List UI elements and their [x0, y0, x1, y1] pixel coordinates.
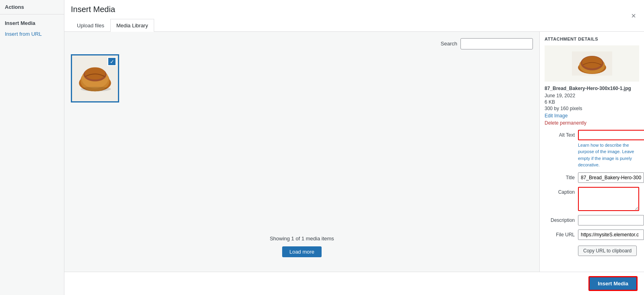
title-row: Title: [545, 172, 639, 183]
delete-permanently-link[interactable]: Delete permanently: [545, 120, 639, 126]
modal-main: Insert Media Upload files Media Library …: [64, 0, 644, 295]
edit-image-link[interactable]: Edit Image: [545, 113, 639, 119]
attachment-preview-image: [572, 51, 612, 76]
attachment-details-title: ATTACHMENT DETAILS: [545, 37, 639, 41]
description-row: Description: [545, 215, 639, 225]
alt-text-hint[interactable]: Learn how to describe the purpose of the…: [578, 143, 634, 167]
attachment-size: 6 KB: [545, 99, 639, 105]
description-label: Description: [545, 215, 575, 225]
file-url-label: File URL: [545, 229, 575, 240]
load-more-button[interactable]: Load more: [282, 246, 322, 257]
modal-overlay: Actions Insert Media Insert from URL Ins…: [0, 0, 644, 295]
modal-footer: Insert Media: [64, 272, 644, 295]
file-url-input[interactable]: [578, 229, 644, 240]
description-input[interactable]: [578, 215, 644, 225]
title-input[interactable]: [578, 172, 644, 183]
attachment-filename: 87_Bread_Bakery-Hero-300x160-1.jpg: [545, 86, 639, 91]
modal-title: Insert Media: [71, 5, 154, 14]
media-item[interactable]: ✓: [71, 54, 119, 102]
attachment-dimensions: 300 by 160 pixels: [545, 106, 639, 111]
attachment-preview: [545, 45, 639, 82]
svg-point-5: [85, 67, 105, 79]
caption-textarea[interactable]: [578, 187, 639, 211]
sidebar-item-insert-from-url[interactable]: Insert from URL: [0, 29, 64, 39]
alt-text-label: Alt Text: [545, 130, 575, 140]
caption-label: Caption: [545, 187, 575, 197]
attachment-details-panel: ATTACHMENT DETAILS 87_Bread_Bakery-Hero-…: [539, 32, 644, 272]
attachment-date: June 19, 2022: [545, 93, 639, 98]
file-url-row: File URL: [545, 229, 639, 240]
showing-text: Showing 1 of 1 media items: [270, 236, 334, 242]
svg-point-6: [80, 87, 111, 91]
search-input[interactable]: [460, 38, 533, 49]
search-label: Search: [441, 38, 457, 49]
media-grid: ✓: [71, 54, 533, 227]
sidebar-nav: Insert Media Insert from URL: [0, 14, 64, 43]
alt-text-row: Alt Text: [545, 130, 639, 140]
sidebar-item-insert-media[interactable]: Insert Media: [0, 18, 64, 29]
sidebar-title: Actions: [0, 0, 64, 14]
media-footer: Showing 1 of 1 media items Load more: [71, 227, 533, 265]
insert-media-button[interactable]: Insert Media: [588, 276, 638, 291]
modal-header-left: Insert Media Upload files Media Library: [71, 5, 154, 31]
copy-url-button[interactable]: Copy URL to clipboard: [578, 246, 637, 256]
search-bar: Search: [71, 38, 533, 49]
sidebar: Actions Insert Media Insert from URL: [0, 0, 64, 295]
media-selected-check: ✓: [107, 57, 116, 66]
tab-upload-files[interactable]: Upload files: [71, 19, 110, 32]
modal-header: Insert Media Upload files Media Library …: [64, 0, 644, 32]
title-label: Title: [545, 172, 575, 183]
close-button[interactable]: ×: [630, 10, 638, 21]
tab-bar: Upload files Media Library: [71, 19, 154, 31]
modal-body: Search: [64, 32, 644, 272]
alt-text-input[interactable]: [578, 130, 644, 140]
tab-media-library[interactable]: Media Library: [110, 19, 154, 32]
caption-row: Caption: [545, 187, 639, 211]
media-area: Search: [64, 32, 539, 272]
